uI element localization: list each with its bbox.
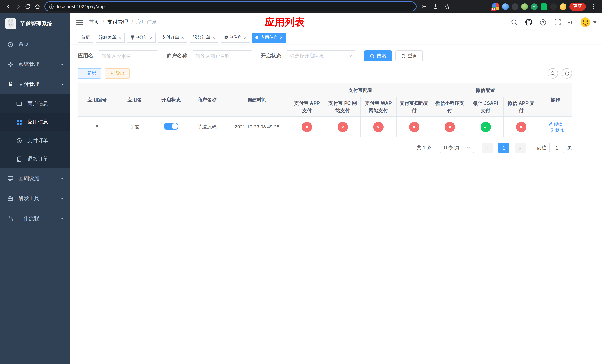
page-size-value: 10条/页 bbox=[443, 144, 460, 151]
sidebar-item-home[interactable]: 首页 bbox=[0, 34, 70, 54]
browser-forward-icon[interactable] bbox=[13, 2, 23, 11]
browser-reload-icon[interactable] bbox=[23, 2, 32, 11]
search-icon bbox=[370, 54, 375, 58]
navbar-actions: ? TT bbox=[510, 17, 597, 28]
search-icon bbox=[550, 71, 555, 76]
app-title: 芋道管理系统 bbox=[20, 20, 52, 27]
sidebar-logo[interactable]: 芋道管理系统 bbox=[0, 13, 70, 34]
status-select[interactable]: 请选择开启状态 bbox=[286, 50, 356, 62]
tab-pay-order[interactable]: 支付订单 × bbox=[158, 33, 187, 43]
password-key-icon[interactable] bbox=[419, 2, 428, 11]
app-name-input[interactable] bbox=[98, 50, 159, 62]
sidebar-collapse-icon[interactable] bbox=[75, 18, 84, 26]
page-size-select[interactable]: 10条/页 bbox=[440, 143, 474, 153]
sidebar-item-dev-tools[interactable]: 研发工具 bbox=[0, 189, 70, 208]
browser-back-icon[interactable] bbox=[4, 2, 13, 11]
tags-view: 首页 流程表单 × 用户分组 × 支付订单 × 退款订单 × bbox=[70, 32, 602, 44]
tab-close-icon[interactable]: × bbox=[280, 35, 283, 40]
extension-dark-circle-icon[interactable] bbox=[512, 3, 518, 10]
breadcrumb-section[interactable]: 支付管理 bbox=[107, 19, 128, 26]
sidebar-item-workflow[interactable]: 工作流程 bbox=[0, 208, 70, 228]
refresh-icon bbox=[401, 54, 406, 58]
wx-jsapi-status-icon bbox=[480, 122, 491, 132]
tab-close-icon[interactable]: × bbox=[244, 35, 247, 40]
sidebar-item-payment[interactable]: ¥ 支付管理 bbox=[0, 75, 70, 95]
order-circle-icon bbox=[16, 138, 23, 144]
tab-user-group[interactable]: 用户分组 × bbox=[127, 33, 156, 43]
extension-wechat-icon[interactable] bbox=[531, 3, 538, 10]
edit-link[interactable]: 修改 bbox=[548, 120, 563, 127]
sidebar-item-label: 支付管理 bbox=[19, 81, 39, 88]
tab-close-icon[interactable]: × bbox=[213, 35, 215, 40]
tab-process-form[interactable]: 流程表单 × bbox=[96, 33, 125, 43]
help-icon[interactable]: ? bbox=[539, 18, 547, 26]
add-button[interactable]: + 新增 bbox=[78, 68, 101, 78]
tab-label: 用户分组 bbox=[130, 34, 148, 41]
sidebar-item-label: 基础设施 bbox=[19, 175, 39, 182]
share-icon[interactable] bbox=[430, 2, 440, 11]
current-page-button[interactable]: 1 bbox=[498, 143, 509, 153]
font-size-icon[interactable]: TT bbox=[568, 19, 573, 25]
top-navbar: 首页 / 支付管理 / 应用信息 应用列表 ? bbox=[70, 13, 602, 32]
fullscreen-icon[interactable] bbox=[553, 18, 561, 26]
delete-link[interactable]: 删除 bbox=[550, 127, 564, 133]
cell-app-name: 芋道 bbox=[116, 117, 153, 137]
breadcrumb-home[interactable]: 首页 bbox=[89, 19, 99, 26]
sidebar-item-label: 首页 bbox=[19, 41, 29, 48]
table-row: 6 芋道 芋道源码 2021-10-23 08:49:25 bbox=[78, 117, 572, 137]
breadcrumb: 首页 / 支付管理 / 应用信息 bbox=[89, 19, 157, 26]
tab-merchant-info[interactable]: 商户信息 × bbox=[221, 33, 250, 43]
extension-emoji-icon[interactable] bbox=[560, 3, 567, 10]
browser-home-icon[interactable] bbox=[32, 2, 42, 11]
tab-app-info[interactable]: 应用信息 × bbox=[252, 33, 286, 43]
tab-label: 流程表单 bbox=[99, 34, 117, 41]
browser-menu-icon[interactable] bbox=[589, 2, 598, 11]
export-button[interactable]: 导出 bbox=[105, 68, 129, 78]
tab-close-icon[interactable]: × bbox=[181, 35, 184, 40]
cell-app-id: 6 bbox=[78, 117, 116, 137]
reset-button[interactable]: 重置 bbox=[395, 50, 423, 62]
app-name-label: 应用名 bbox=[78, 53, 93, 59]
col-created: 创建时间 bbox=[225, 83, 289, 117]
refresh-table-button[interactable] bbox=[562, 68, 572, 78]
sidebar-item-infrastructure[interactable]: 基础设施 bbox=[0, 169, 70, 189]
header-search-icon[interactable] bbox=[510, 18, 518, 26]
tab-refund-order[interactable]: 退款订单 × bbox=[190, 33, 219, 43]
url-bar[interactable]: localhost:1024/pay/app bbox=[44, 1, 417, 11]
delete-link-label: 删除 bbox=[555, 127, 564, 133]
prev-page-button[interactable]: ‹ bbox=[482, 143, 493, 153]
col-wx-app: 微信 APP 支付 bbox=[503, 97, 539, 117]
document-icon bbox=[16, 156, 23, 162]
alipay-qr-status-icon bbox=[409, 122, 419, 132]
download-icon bbox=[109, 71, 114, 75]
extension-grid-icon[interactable]: 10 bbox=[492, 3, 499, 10]
extension-avatar-icon[interactable] bbox=[521, 3, 528, 10]
search-button[interactable]: 搜索 bbox=[364, 50, 392, 62]
extension-drop-icon[interactable] bbox=[502, 3, 509, 10]
user-menu[interactable] bbox=[580, 17, 597, 28]
cell-created: 2021-10-23 08:49:25 bbox=[225, 117, 289, 137]
pagination: 共 1 条 10条/页 ‹ 1 › 前往 页 bbox=[78, 143, 572, 153]
site-info-icon[interactable] bbox=[49, 4, 54, 9]
extension-puzzle-icon[interactable] bbox=[550, 3, 557, 10]
sidebar-item-system[interactable]: 系统管理 bbox=[0, 54, 70, 75]
extension-chat-icon[interactable] bbox=[540, 3, 547, 10]
sidebar-item-merchant-info[interactable]: 商户信息 bbox=[0, 95, 70, 113]
merchant-name-input[interactable] bbox=[192, 50, 252, 62]
url-text[interactable]: localhost:1024/pay/app bbox=[57, 4, 105, 9]
sidebar-item-app-info[interactable]: 应用信息 bbox=[0, 113, 70, 131]
bookmark-star-icon[interactable] bbox=[442, 2, 452, 11]
status-select-placeholder: 请选择开启状态 bbox=[290, 53, 323, 59]
status-toggle[interactable] bbox=[164, 123, 178, 130]
tab-close-icon[interactable]: × bbox=[150, 35, 152, 40]
toggle-search-button[interactable] bbox=[548, 68, 558, 78]
tab-close-icon[interactable]: × bbox=[118, 35, 121, 40]
sidebar-item-refund-order[interactable]: 退款订单 bbox=[0, 150, 70, 169]
browser-update-button[interactable]: 更新 bbox=[570, 2, 586, 11]
goto-page-input[interactable] bbox=[549, 143, 564, 153]
avatar[interactable] bbox=[580, 17, 591, 28]
next-page-button[interactable]: › bbox=[515, 143, 526, 153]
github-icon[interactable] bbox=[525, 18, 533, 26]
tab-home[interactable]: 首页 bbox=[78, 33, 93, 43]
sidebar-item-pay-order[interactable]: 支付订单 bbox=[0, 131, 70, 150]
